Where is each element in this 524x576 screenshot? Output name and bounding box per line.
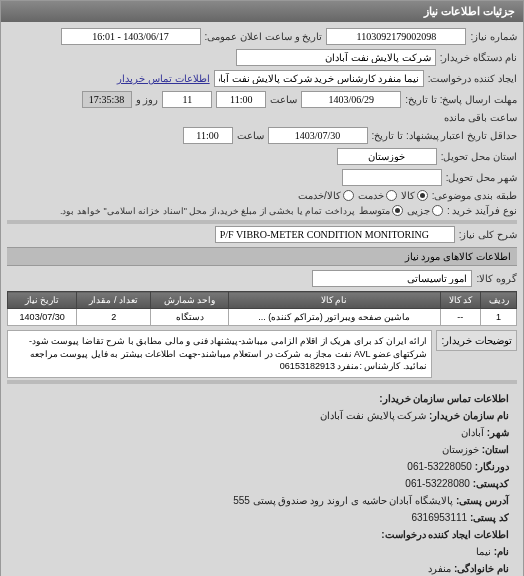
th-unit: واحد شمارش	[151, 292, 229, 309]
cat-service-radio[interactable]: خدمت	[358, 190, 397, 201]
panel-body: شماره نیاز: تاریخ و ساعت اعلان عمومی: نا…	[1, 22, 523, 576]
postal-value: 53228080-061	[405, 478, 470, 489]
fax-label: دورنگار:	[475, 461, 509, 472]
radio-icon	[417, 190, 428, 201]
state-value: خوزستان	[442, 444, 479, 455]
panel-title: جزئیات اطلاعات نیاز	[1, 1, 523, 22]
process-label: نوع فرآیند خرید :	[447, 205, 517, 216]
name-value: نیما	[476, 546, 491, 557]
req-no-label: شماره نیاز:	[470, 31, 517, 42]
cell-qty: 2	[77, 309, 151, 326]
min-deadline-time-input[interactable]	[183, 127, 233, 144]
th-qty: تعداد / مقدار	[77, 292, 151, 309]
contact-header: اطلاعات تماس سازمان خریدار:	[379, 393, 509, 404]
group-input[interactable]	[312, 270, 472, 287]
th-code: کد کالا	[440, 292, 481, 309]
min-deadline-date-input[interactable]	[268, 127, 368, 144]
proc-small-radio[interactable]: جزیی	[407, 205, 443, 216]
delivery-state-label: استان محل تحویل:	[441, 151, 517, 162]
table-row[interactable]: 1 -- ماشین صفحه ویبراتور (متراکم کننده) …	[8, 309, 517, 326]
postal-label: کدپستی:	[473, 478, 509, 489]
separator	[7, 220, 517, 224]
items-table: ردیف کد کالا نام کالا واحد شمارش تعداد /…	[7, 291, 517, 326]
proc-medium-radio[interactable]: متوسط	[359, 205, 403, 216]
buyer-org-input[interactable]	[236, 49, 436, 66]
delivery-state-input[interactable]	[337, 148, 437, 165]
cell-name: ماشین صفحه ویبراتور (متراکم کننده) ...	[228, 309, 440, 326]
th-name: نام کالا	[228, 292, 440, 309]
deadline-label: مهلت ارسال پاسخ: تا تاریخ:	[405, 94, 517, 105]
city-value: آبادان	[461, 427, 484, 438]
family-label: نام خانوادگی:	[454, 563, 509, 574]
subject-input[interactable]	[215, 226, 455, 243]
contact-info: اطلاعات تماس سازمان خریدار: نام سازمان خ…	[7, 386, 517, 576]
creator-label: ایجاد کننده درخواست:	[428, 73, 517, 84]
pub-date-input[interactable]	[61, 28, 201, 45]
buyer-desc-value: ارائه ایران کد برای هریک از اقلام الزامی…	[7, 330, 432, 378]
cat-goods-radio[interactable]: کالا	[401, 190, 428, 201]
th-date: تاریخ نیاز	[8, 292, 77, 309]
subject-label: شرح کلی نیاز:	[459, 229, 517, 240]
deadline-date-input[interactable]	[301, 91, 401, 108]
creator2-label: اطلاعات ایجاد کننده درخواست:	[381, 529, 509, 540]
table-header-row: ردیف کد کالا نام کالا واحد شمارش تعداد /…	[8, 292, 517, 309]
org-label: نام سازمان خریدار:	[429, 410, 509, 421]
family-value: منفرد	[428, 563, 451, 574]
pub-date-label: تاریخ و ساعت اعلان عمومی:	[205, 31, 323, 42]
remain-days-label: روز و	[136, 94, 159, 105]
remain-time-input	[82, 91, 132, 108]
remain-days-input	[162, 91, 212, 108]
time-label-2: ساعت	[237, 130, 264, 141]
org-value: شرکت پالایش نفت آبادان	[320, 410, 426, 421]
details-panel: جزئیات اطلاعات نیاز شماره نیاز: تاریخ و …	[0, 0, 524, 576]
cell-date: 1403/07/30	[8, 309, 77, 326]
radio-icon	[392, 205, 403, 216]
radio-icon	[432, 205, 443, 216]
radio-icon	[386, 190, 397, 201]
buyer-desc-label: توضیحات خریدار:	[436, 330, 517, 351]
min-deadline-label: حداقل تاریخ اعتبار پیشنهاد: تا تاریخ:	[372, 130, 517, 141]
delivery-city-label: شهر محل تحویل:	[446, 172, 517, 183]
deadline-time-input[interactable]	[216, 91, 266, 108]
postcode-label: کد پستی:	[470, 512, 509, 523]
process-note: پرداخت تمام یا بخشی از مبلغ خرید،از محل …	[60, 206, 355, 216]
postcode-value: 6316953111	[411, 512, 467, 523]
items-header: اطلاعات کالاهای مورد نیاز	[7, 247, 517, 266]
addr-label: آدرس پستی:	[456, 495, 509, 506]
req-no-input[interactable]	[326, 28, 466, 45]
th-rownum: ردیف	[481, 292, 517, 309]
cell-unit: دستگاه	[151, 309, 229, 326]
delivery-city-input[interactable]	[342, 169, 442, 186]
name-label: نام:	[494, 546, 509, 557]
remain-label: ساعت باقی مانده	[444, 112, 517, 123]
radio-icon	[343, 190, 354, 201]
cell-code: --	[440, 309, 481, 326]
city-label: شهر:	[487, 427, 509, 438]
cell-rownum: 1	[481, 309, 517, 326]
state-label: استان:	[482, 444, 509, 455]
contact-link[interactable]: اطلاعات تماس خریدار	[117, 73, 210, 84]
group-label: گروه کالا:	[476, 273, 517, 284]
buyer-org-label: نام دستگاه خریدار:	[440, 52, 517, 63]
fax-value: 53228050-061	[407, 461, 472, 472]
separator	[7, 380, 517, 384]
time-label-1: ساعت	[270, 94, 297, 105]
category-label: طبقه بندی موضوعی:	[432, 190, 517, 201]
buyer-desc-row: توضیحات خریدار: ارائه ایران کد برای هریک…	[7, 330, 517, 378]
addr-value: پالایشگاه آبادان حاشیه ی اروند رود صندوق…	[233, 495, 453, 506]
cat-goods-service-radio[interactable]: کالا/خدمت	[298, 190, 354, 201]
creator-input[interactable]	[214, 70, 424, 87]
